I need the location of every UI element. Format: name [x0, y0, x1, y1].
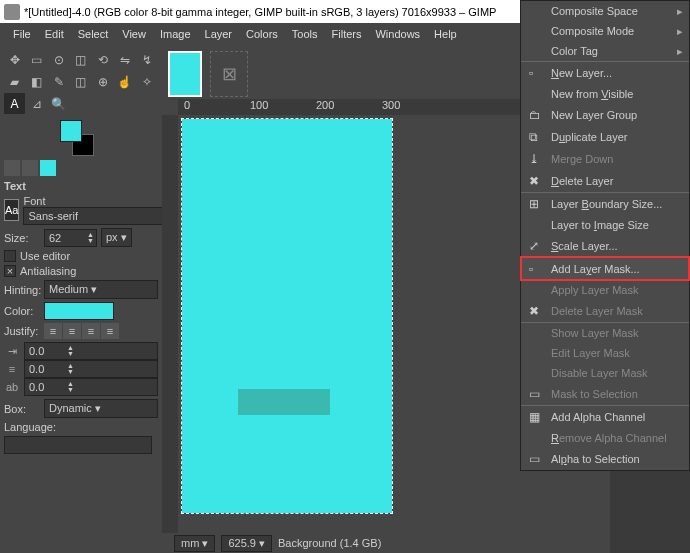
- eraser-tool[interactable]: ◫: [70, 71, 91, 92]
- menu-layer[interactable]: Layer: [198, 25, 240, 43]
- scale-icon: ⤢: [529, 239, 543, 253]
- options-tab-icon[interactable]: [4, 160, 20, 176]
- line-spacing-spinner[interactable]: ▲▼: [24, 360, 158, 378]
- box-select[interactable]: Dynamic ▾: [44, 399, 158, 418]
- delete-icon: ✖: [529, 174, 543, 188]
- menu-composite-mode[interactable]: Composite Mode▸: [521, 21, 689, 41]
- font-label: Font: [23, 195, 171, 207]
- indent-spinner[interactable]: ▲▼: [24, 342, 158, 360]
- antialiasing-checkbox[interactable]: [4, 265, 16, 277]
- selection-icon: ▭: [529, 452, 543, 466]
- merge-down-icon: ⤓: [529, 152, 543, 166]
- text-tool[interactable]: A: [4, 93, 25, 114]
- devices-tab-icon[interactable]: [22, 160, 38, 176]
- gradient-tool[interactable]: ◧: [26, 71, 47, 92]
- menu-tools[interactable]: Tools: [285, 25, 325, 43]
- menu-alpha-to-selection[interactable]: ▭Alpha to Selection: [521, 448, 689, 470]
- folder-icon: 🗀: [529, 108, 543, 122]
- menu-image[interactable]: Image: [153, 25, 198, 43]
- path-tool[interactable]: ✧: [136, 71, 157, 92]
- canvas[interactable]: [182, 119, 392, 513]
- color-label: Color:: [4, 305, 40, 317]
- justify-fill-button[interactable]: ≡: [101, 323, 119, 339]
- font-input[interactable]: [23, 207, 171, 225]
- color-swatch-icon[interactable]: [40, 160, 56, 176]
- size-spinner[interactable]: ▲▼: [44, 229, 97, 247]
- text-panel-label: Text: [4, 180, 158, 192]
- bucket-fill-tool[interactable]: ▰: [4, 71, 25, 92]
- toolbox: ✥ ▭ ⊙ ◫ ⟲ ⇋ ↯ ▰ ◧ ✎ ◫ ⊕ ☝ ✧ A ⊿ 🔍: [0, 45, 162, 553]
- app-icon: [4, 4, 20, 20]
- zoom-tool[interactable]: 🔍: [48, 93, 69, 114]
- menu-remove-alpha-channel: Remove Alpha Channel: [521, 428, 689, 448]
- text-color-well[interactable]: [44, 302, 114, 320]
- menu-add-layer-mask[interactable]: ▫Add Layer Mask...: [521, 257, 689, 280]
- rotate-tool[interactable]: ⟲: [92, 49, 113, 70]
- menu-file[interactable]: File: [6, 25, 38, 43]
- move-tool[interactable]: ✥: [4, 49, 25, 70]
- free-select-tool[interactable]: ⊙: [48, 49, 69, 70]
- rect-select-tool[interactable]: ▭: [26, 49, 47, 70]
- measure-tool[interactable]: ⊿: [26, 93, 47, 114]
- tool-options: Text Aa Font Size: ▲▼ px ▾ Use editor An…: [4, 160, 158, 454]
- menu-mask-to-selection: ▭Mask to Selection: [521, 383, 689, 405]
- menu-duplicate-layer[interactable]: ⧉Duplicate Layer: [521, 126, 689, 148]
- use-editor-checkbox[interactable]: [4, 250, 16, 262]
- menu-colors[interactable]: Colors: [239, 25, 285, 43]
- menu-delete-layer-mask: ✖Delete Layer Mask: [521, 300, 689, 322]
- font-aa-icon[interactable]: Aa: [4, 199, 19, 221]
- menu-layer-boundary-size[interactable]: ⊞Layer Boundary Size...: [521, 192, 689, 215]
- menu-composite-space[interactable]: Composite Space▸: [521, 1, 689, 21]
- resize-icon: ⊞: [529, 197, 543, 211]
- language-label: Language:: [4, 421, 56, 433]
- image-thumbnail[interactable]: [168, 51, 202, 97]
- menu-new-from-visible[interactable]: New from Visible: [521, 84, 689, 104]
- indent-icon: ⇥: [4, 345, 20, 358]
- menu-select[interactable]: Select: [71, 25, 116, 43]
- menu-add-alpha-channel[interactable]: ▦Add Alpha Channel: [521, 405, 689, 428]
- box-label: Box:: [4, 403, 40, 415]
- language-input[interactable]: [4, 436, 152, 454]
- menu-delete-layer[interactable]: ✖Delete Layer: [521, 170, 689, 192]
- size-label: Size:: [4, 232, 40, 244]
- status-bar: mm ▾ 625.9 ▾ Background (1.4 GB): [162, 533, 610, 553]
- menu-new-layer[interactable]: ▫New Layer...: [521, 61, 689, 84]
- clone-tool[interactable]: ⊕: [92, 71, 113, 92]
- smudge-tool[interactable]: ☝: [114, 71, 135, 92]
- tool-grid: ✥ ▭ ⊙ ◫ ⟲ ⇋ ↯ ▰ ◧ ✎ ◫ ⊕ ☝ ✧ A ⊿ 🔍: [4, 49, 158, 114]
- justify-center-button[interactable]: ≡: [63, 323, 81, 339]
- menu-new-layer-group[interactable]: 🗀New Layer Group: [521, 104, 689, 126]
- menu-disable-layer-mask: Disable Layer Mask: [521, 363, 689, 383]
- close-view-button[interactable]: ⊠: [210, 51, 248, 97]
- menu-apply-layer-mask: Apply Layer Mask: [521, 280, 689, 300]
- menu-help[interactable]: Help: [427, 25, 464, 43]
- fg-bg-colors[interactable]: [60, 120, 100, 156]
- justify-right-button[interactable]: ≡: [82, 323, 100, 339]
- menu-layer-to-image-size[interactable]: Layer to Image Size: [521, 215, 689, 235]
- zoom-select[interactable]: 625.9 ▾: [221, 535, 272, 552]
- fg-color[interactable]: [60, 120, 82, 142]
- paintbrush-tool[interactable]: ✎: [48, 71, 69, 92]
- use-editor-label: Use editor: [20, 250, 70, 262]
- menu-filters[interactable]: Filters: [325, 25, 369, 43]
- delete-mask-icon: ✖: [529, 304, 543, 318]
- alpha-icon: ▦: [529, 410, 543, 424]
- justify-left-button[interactable]: ≡: [44, 323, 62, 339]
- window-title: *[Untitled]-4.0 (RGB color 8-bit gamma i…: [24, 6, 496, 18]
- hinting-select[interactable]: Medium ▾: [44, 280, 158, 299]
- unit-select[interactable]: mm ▾: [174, 535, 215, 552]
- letter-spacing-icon: ab: [4, 381, 20, 393]
- duplicate-icon: ⧉: [529, 130, 543, 144]
- selection-icon: ▭: [529, 387, 543, 401]
- menu-view[interactable]: View: [115, 25, 153, 43]
- size-unit-select[interactable]: px ▾: [101, 228, 132, 247]
- warp-tool[interactable]: ↯: [136, 49, 157, 70]
- flip-tool[interactable]: ⇋: [114, 49, 135, 70]
- letter-spacing-spinner[interactable]: ▲▼: [24, 378, 158, 396]
- menu-scale-layer[interactable]: ⤢Scale Layer...: [521, 235, 689, 257]
- menu-color-tag[interactable]: Color Tag▸: [521, 41, 689, 61]
- justify-label: Justify:: [4, 325, 40, 337]
- crop-tool[interactable]: ◫: [70, 49, 91, 70]
- menu-windows[interactable]: Windows: [368, 25, 427, 43]
- menu-edit[interactable]: Edit: [38, 25, 71, 43]
